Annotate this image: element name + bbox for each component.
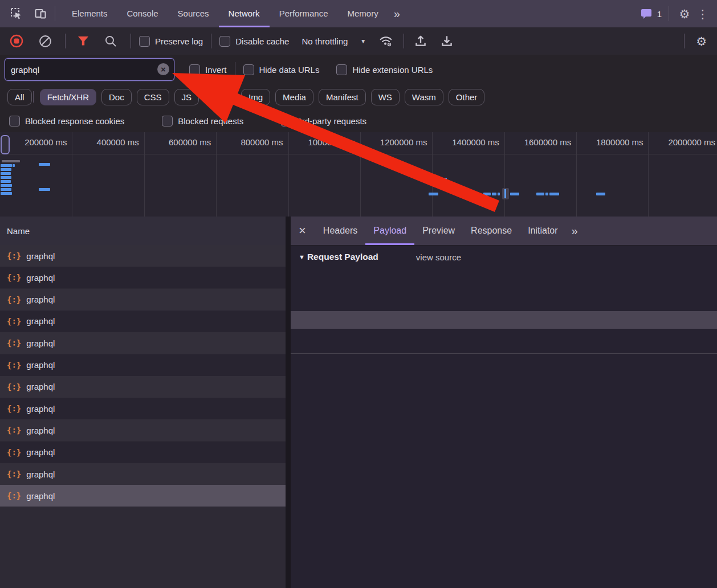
chip-js[interactable]: JS <box>174 89 199 105</box>
kebab-menu-icon[interactable]: ⋮ <box>695 6 710 21</box>
tab-performance[interactable]: Performance <box>270 0 338 27</box>
search-icon[interactable] <box>103 34 118 48</box>
chip-fetch-xhr[interactable]: Fetch/XHR <box>40 89 96 105</box>
more-tabs-icon[interactable]: » <box>388 7 406 21</box>
hide-data-urls-control[interactable]: Hide data URLs <box>243 64 320 75</box>
tab-console[interactable]: Console <box>117 0 168 27</box>
chip-manifest[interactable]: Manifest <box>319 89 366 105</box>
blocked-response-cookies-control[interactable]: Blocked response cookies <box>9 116 124 126</box>
request-row[interactable]: {∶}graphql <box>0 289 286 311</box>
third-party-requests-checkbox[interactable] <box>281 116 292 126</box>
tab-headers[interactable]: Headers <box>315 217 365 245</box>
overview-grip-handle[interactable] <box>1 135 10 154</box>
timeline-tick-label: 2000000 ms <box>651 137 715 147</box>
fetch-xhr-icon: {∶} <box>7 469 21 479</box>
waterfall-bar <box>596 193 605 195</box>
tab-sources[interactable]: Sources <box>168 0 219 27</box>
filter-input[interactable]: graphql × <box>5 58 174 81</box>
third-party-requests-control[interactable]: 3rd-party requests <box>281 116 366 126</box>
payload-root-node[interactable]: ▼ {operationName: "ipFlowTimeseries", va… <box>291 273 717 291</box>
record-network-log-icon[interactable] <box>9 34 24 48</box>
chip-css[interactable]: CSS <box>137 89 169 105</box>
name-column-header[interactable]: Name <box>0 217 286 246</box>
settings-gear-icon[interactable]: ⚙ <box>677 6 692 21</box>
request-row[interactable]: {∶}graphql <box>0 376 286 398</box>
blocked-requests-control[interactable]: Blocked requests <box>162 116 243 126</box>
network-settings-gear-icon[interactable]: ⚙ <box>696 35 707 47</box>
timeline-tick-label: 600000 ms <box>147 137 211 147</box>
preserve-log-checkbox[interactable] <box>139 36 150 47</box>
waterfall-bar <box>13 164 15 167</box>
chip-doc[interactable]: Doc <box>101 89 132 105</box>
request-payload-title: Request Payload <box>307 252 378 262</box>
divider <box>65 34 66 48</box>
tab-elements[interactable]: Elements <box>62 0 117 27</box>
request-row[interactable]: {∶}graphql <box>0 419 286 441</box>
request-row[interactable]: {∶}graphql <box>0 311 286 332</box>
view-source-link[interactable]: view source <box>416 252 461 262</box>
clear-network-log-icon[interactable] <box>38 34 52 48</box>
export-har-icon[interactable] <box>439 34 454 48</box>
request-row[interactable]: {∶}graphql <box>0 442 286 463</box>
chip-ws[interactable]: WS <box>371 89 400 105</box>
tab-response[interactable]: Response <box>463 217 520 245</box>
network-conditions-icon[interactable] <box>378 34 393 48</box>
issues-icon[interactable] <box>639 6 654 21</box>
request-detail-panel: × Headers Payload Preview Response Initi… <box>291 217 717 588</box>
disable-cache-control[interactable]: Disable cache <box>219 36 289 47</box>
request-row[interactable]: {∶}graphql <box>0 485 286 507</box>
request-row[interactable]: {∶}graphql <box>0 354 286 376</box>
request-row[interactable]: {∶}graphql <box>0 332 286 354</box>
payload-query-row[interactable]: query: "query ipFlowTimeseries($accountT… <box>291 311 717 329</box>
chip-img[interactable]: Img <box>241 89 270 105</box>
disable-cache-checkbox[interactable] <box>219 36 230 47</box>
hide-data-urls-checkbox[interactable] <box>243 64 254 75</box>
panel-divider[interactable] <box>286 217 291 588</box>
tab-preview[interactable]: Preview <box>414 217 463 245</box>
clear-filter-icon[interactable]: × <box>157 63 169 75</box>
chip-other[interactable]: Other <box>449 89 485 105</box>
fetch-xhr-icon: {∶} <box>7 338 21 348</box>
request-name: graphql <box>26 469 55 479</box>
close-detail-icon[interactable]: × <box>299 223 306 238</box>
tab-initiator[interactable]: Initiator <box>520 217 565 245</box>
waterfall-bar <box>1 176 11 179</box>
request-payload-section-header[interactable]: ▼ Request Payload view source <box>291 245 717 269</box>
tab-memory[interactable]: Memory <box>338 0 388 27</box>
hide-extension-urls-control[interactable]: Hide extension URLs <box>336 64 433 75</box>
throttling-dropdown-caret-icon[interactable]: ▼ <box>360 38 366 44</box>
timeline-gridline <box>648 132 649 217</box>
device-toolbar-icon[interactable] <box>33 6 48 21</box>
chip-font[interactable]: Font <box>204 89 236 105</box>
request-row[interactable]: {∶}graphql <box>0 267 286 288</box>
invert-checkbox[interactable] <box>189 64 200 75</box>
more-detail-tabs-icon[interactable]: » <box>566 224 584 238</box>
throttling-select[interactable]: No throttling <box>302 36 348 46</box>
filter-funnel-icon[interactable] <box>76 34 91 48</box>
preserve-log-label: Preserve log <box>155 36 203 46</box>
tab-payload[interactable]: Payload <box>365 217 414 245</box>
request-row[interactable]: {∶}graphql <box>0 463 286 485</box>
hide-extension-urls-checkbox[interactable] <box>336 64 347 75</box>
preserve-log-control[interactable]: Preserve log <box>139 36 203 47</box>
blocked-requests-checkbox[interactable] <box>162 116 173 126</box>
waterfall-bar <box>1 184 12 187</box>
chip-wasm[interactable]: Wasm <box>405 89 443 105</box>
tab-network[interactable]: Network <box>219 0 270 27</box>
chip-all[interactable]: All <box>7 89 32 105</box>
blocked-response-cookies-checkbox[interactable] <box>9 116 20 126</box>
request-row[interactable]: {∶}graphql <box>0 245 286 267</box>
chip-media[interactable]: Media <box>275 89 313 105</box>
waterfall-bar-gray <box>2 160 20 162</box>
payload-variables-row[interactable]: ▶ variables: {accountTag: "b12e3b2192ee5… <box>291 329 717 347</box>
invert-control[interactable]: Invert <box>189 64 227 75</box>
timeline-tick-label: 1800000 ms <box>580 137 643 147</box>
import-har-icon[interactable] <box>413 34 428 48</box>
payload-operation-row[interactable]: operationName: "ipFlowTimeseries" <box>291 293 717 311</box>
inspect-element-icon[interactable] <box>9 6 24 21</box>
timeline-tick-label: 1200000 ms <box>363 137 427 147</box>
network-overview-timeline[interactable]: 200000 ms400000 ms600000 ms800000 ms1000… <box>0 132 717 217</box>
collapse-caret-icon[interactable]: ▼ <box>299 254 305 260</box>
timeline-gridline <box>504 132 505 217</box>
request-row[interactable]: {∶}graphql <box>0 398 286 419</box>
